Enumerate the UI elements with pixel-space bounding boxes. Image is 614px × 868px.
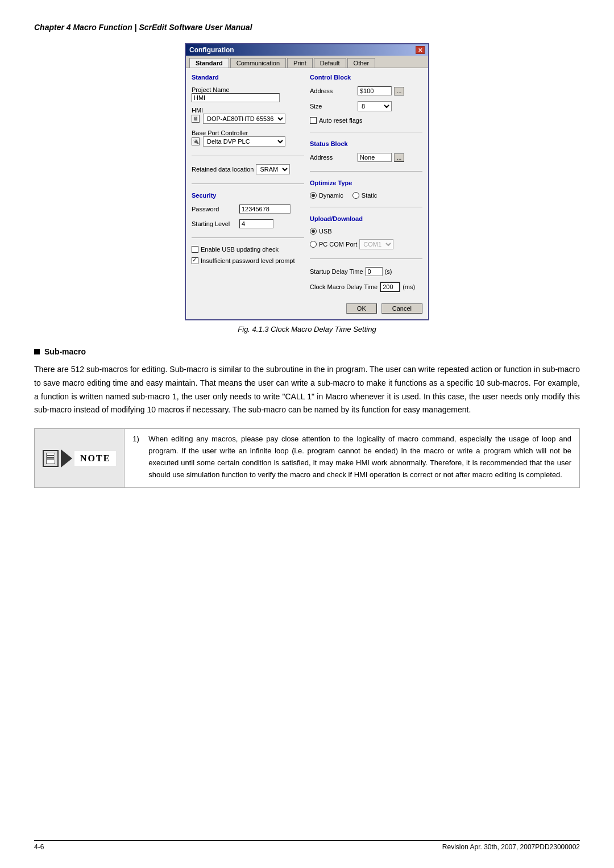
note-icon-col: NOTE bbox=[35, 429, 125, 487]
hmi-label: HMI bbox=[192, 107, 304, 114]
control-block-label: Control Block bbox=[310, 74, 422, 81]
page-footer: 4-6 Revision Apr. 30th, 2007, 2007PDD230… bbox=[34, 840, 580, 851]
configuration-dialog: Configuration ✕ Standard Communication P… bbox=[185, 43, 429, 320]
note-icon-inner: NOTE bbox=[43, 449, 116, 468]
starting-level-input[interactable] bbox=[239, 219, 273, 228]
tab-standard[interactable]: Standard bbox=[189, 58, 229, 68]
com-select[interactable]: COM1 bbox=[359, 239, 393, 249]
retained-select[interactable]: SRAM bbox=[256, 164, 290, 174]
status-address-browse[interactable]: ... bbox=[394, 153, 404, 162]
dialog-title: Configuration bbox=[189, 46, 234, 54]
hmi-icon: 🖥 bbox=[192, 115, 200, 123]
password-input[interactable] bbox=[239, 205, 291, 214]
enable-usb-checkbox[interactable] bbox=[192, 246, 198, 253]
dialog-close-button[interactable]: ✕ bbox=[416, 46, 425, 54]
header-text: Chapter 4 Macro Function | ScrEdit Softw… bbox=[34, 23, 252, 32]
ctrl-size-label: Size bbox=[310, 103, 355, 110]
static-label: Static bbox=[362, 192, 377, 199]
upload-label: Upload/Download bbox=[310, 215, 422, 222]
cancel-button[interactable]: Cancel bbox=[381, 303, 422, 314]
static-row: Static bbox=[352, 192, 377, 199]
hmi-row: 🖥 DOP-AE80THTD 65536 Colors bbox=[192, 114, 304, 124]
dynamic-row: Dynamic bbox=[310, 192, 343, 199]
dialog-tabs: Standard Communication Print Default Oth… bbox=[186, 56, 428, 68]
submacro-body: There are 512 sub-macros for editing. Su… bbox=[34, 363, 580, 417]
tab-print[interactable]: Print bbox=[287, 58, 313, 68]
dynamic-label: Dynamic bbox=[319, 192, 343, 199]
optimize-label: Optimize Type bbox=[310, 180, 422, 186]
insufficient-checkbox[interactable] bbox=[192, 257, 198, 264]
note-text-1: When editing any macros, please pay clos… bbox=[148, 433, 571, 481]
startup-delay-input[interactable] bbox=[366, 267, 383, 276]
dialog-left: Standard Project Name HMI 🖥 DOP-AE80THTD… bbox=[192, 74, 304, 293]
note-list: 1) When editing any macros, please pay c… bbox=[132, 433, 571, 481]
startup-delay-label: Startup Delay Time bbox=[310, 268, 363, 275]
auto-reset-row: Auto reset flags bbox=[310, 117, 422, 124]
tab-other[interactable]: Other bbox=[347, 58, 376, 68]
enable-usb-row: Enable USB updating check bbox=[192, 246, 304, 253]
dynamic-radio[interactable] bbox=[310, 192, 317, 199]
fig-caption: Fig. 4.1.3 Clock Macro Delay Time Settin… bbox=[238, 325, 376, 333]
submacro-title: Sub-macro bbox=[44, 347, 86, 356]
tab-communication[interactable]: Communication bbox=[230, 58, 286, 68]
retained-label: Retained data location bbox=[192, 166, 254, 173]
note-item-1: 1) When editing any macros, please pay c… bbox=[132, 433, 571, 481]
ctrl-address-input[interactable] bbox=[358, 86, 392, 95]
ctrl-address-browse[interactable]: ... bbox=[394, 87, 404, 95]
dialog-right: Control Block Address ... Size 8 Auto re… bbox=[310, 74, 422, 293]
project-name-label: Project Name bbox=[192, 86, 304, 93]
status-block-label: Status Block bbox=[310, 140, 422, 147]
tab-default[interactable]: Default bbox=[314, 58, 346, 68]
revision-text: Revision Apr. 30th, 2007, 2007PDD2300000… bbox=[442, 843, 580, 851]
clock-macro-row: Clock Macro Delay Time (ms) bbox=[310, 282, 422, 292]
base-port-label: Base Port Controller bbox=[192, 130, 304, 136]
clock-macro-unit: (ms) bbox=[403, 283, 415, 290]
password-row: Password bbox=[192, 205, 304, 214]
project-name-input[interactable] bbox=[192, 93, 280, 102]
insufficient-row: Insufficient password level prompt bbox=[192, 257, 304, 264]
hmi-select[interactable]: DOP-AE80THTD 65536 Colors bbox=[203, 114, 285, 124]
status-address-label: Address bbox=[310, 154, 355, 161]
auto-reset-checkbox[interactable] bbox=[310, 117, 317, 124]
enable-usb-label: Enable USB updating check bbox=[201, 246, 279, 253]
base-port-section: Base Port Controller 🔌 Delta DVP PLC bbox=[192, 130, 304, 148]
password-label: Password bbox=[192, 206, 237, 212]
auto-reset-label: Auto reset flags bbox=[319, 117, 362, 124]
clock-macro-input[interactable] bbox=[380, 282, 400, 292]
dialog-body: Standard Project Name HMI 🖥 DOP-AE80THTD… bbox=[186, 68, 428, 299]
page-number: 4-6 bbox=[34, 843, 44, 851]
ctrl-address-row: Address ... bbox=[310, 86, 422, 95]
startup-delay-unit: (s) bbox=[385, 268, 392, 275]
starting-level-label: Starting Level bbox=[192, 220, 237, 227]
usb-row: USB bbox=[310, 228, 422, 235]
ctrl-size-row: Size 8 bbox=[310, 101, 422, 111]
standard-label: Standard bbox=[192, 74, 304, 81]
status-address-input[interactable] bbox=[358, 153, 392, 162]
plc-icon: 🔌 bbox=[192, 137, 200, 145]
bullet-icon bbox=[34, 349, 40, 354]
note-body: 1) When editing any macros, please pay c… bbox=[125, 429, 579, 487]
note-text: NOTE bbox=[74, 451, 116, 466]
security-label: Security bbox=[192, 192, 304, 199]
hmi-section: HMI 🖥 DOP-AE80THTD 65536 Colors bbox=[192, 107, 304, 125]
base-port-select[interactable]: Delta DVP PLC bbox=[203, 136, 285, 147]
base-port-row: 🔌 Delta DVP PLC bbox=[192, 136, 304, 147]
submacro-heading: Sub-macro bbox=[34, 347, 580, 356]
static-radio[interactable] bbox=[352, 192, 359, 199]
usb-label: USB bbox=[319, 228, 332, 235]
dialog-footer: OK Cancel bbox=[186, 299, 428, 319]
retained-row: Retained data location SRAM bbox=[192, 164, 304, 174]
page-header: Chapter 4 Macro Function | ScrEdit Softw… bbox=[34, 23, 580, 32]
optimize-row: Dynamic Static bbox=[310, 192, 422, 199]
startup-delay-row: Startup Delay Time (s) bbox=[310, 267, 422, 276]
pc-com-radio[interactable] bbox=[310, 241, 317, 248]
pc-com-row: PC COM Port COM1 bbox=[310, 239, 422, 249]
usb-radio[interactable] bbox=[310, 228, 317, 235]
note-arrow-icon bbox=[61, 449, 72, 468]
insufficient-label: Insufficient password level prompt bbox=[201, 257, 295, 264]
status-address-row: Address ... bbox=[310, 153, 422, 162]
ctrl-size-select[interactable]: 8 bbox=[358, 101, 392, 111]
dialog-titlebar: Configuration ✕ bbox=[186, 44, 428, 56]
dialog-wrapper: Configuration ✕ Standard Communication P… bbox=[34, 43, 580, 333]
ok-button[interactable]: OK bbox=[346, 303, 377, 314]
